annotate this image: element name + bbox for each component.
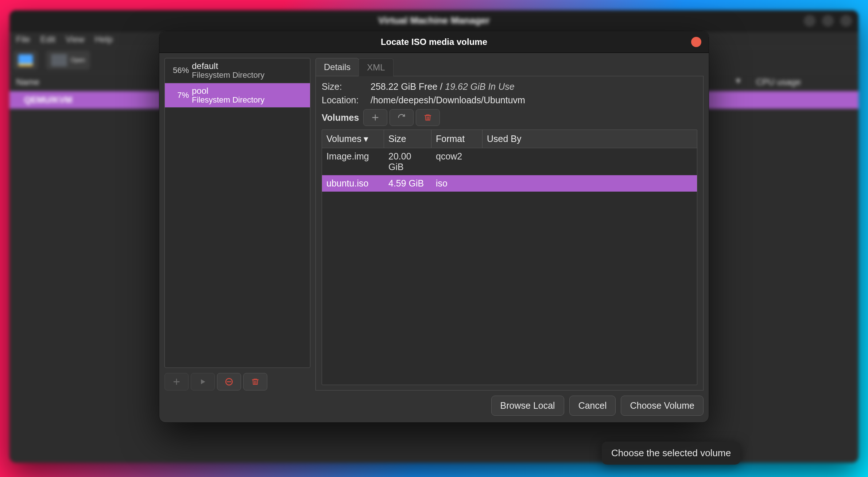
volume-format: iso	[431, 175, 483, 192]
volume-table-body: Image.img 20.00 GiB qcow2 ubuntu.iso 4.5…	[322, 148, 697, 385]
delete-volume-button[interactable]	[416, 109, 440, 126]
start-pool-button[interactable]	[191, 373, 215, 391]
minimize-button[interactable]	[804, 15, 815, 27]
main-window-controls	[804, 15, 852, 27]
dialog-tabs: Details XML	[315, 58, 704, 76]
volume-row[interactable]: Image.img 20.00 GiB qcow2	[322, 148, 697, 175]
menu-help[interactable]: Help	[95, 34, 113, 45]
volume-format: qcow2	[431, 148, 483, 175]
col-header-volumes[interactable]: Volumes ▾	[322, 130, 384, 148]
volume-usedby	[483, 148, 697, 175]
col-header-format[interactable]: Format	[431, 130, 483, 148]
menu-file[interactable]: File	[16, 34, 30, 45]
play-icon	[199, 378, 206, 385]
location-value: /home/deepesh/Downloads/Ubuntuvm	[371, 95, 697, 105]
main-window-title: Virtual Machine Manager	[378, 15, 490, 26]
close-icon[interactable]	[691, 37, 701, 47]
pool-name: pool	[192, 86, 264, 96]
pool-usage-pct: 7%	[168, 91, 189, 100]
size-value: 258.22 GiB Free / 19.62 GiB In Use	[371, 81, 697, 92]
location-label: Location:	[322, 95, 365, 105]
size-label: Size:	[322, 81, 365, 92]
chevron-down-icon[interactable]: ▾	[736, 76, 749, 89]
dialog-titlebar: Locate ISO media volume	[159, 31, 709, 53]
col-header-cpu[interactable]: CPU usage	[749, 77, 859, 87]
pool-action-bar	[164, 373, 310, 391]
plus-icon	[371, 114, 379, 122]
volumes-label: Volumes	[322, 112, 359, 123]
menu-view[interactable]: View	[66, 34, 85, 45]
volume-size: 20.00 GiB	[384, 148, 431, 175]
plus-icon	[173, 378, 181, 386]
col-header-size[interactable]: Size	[384, 130, 431, 148]
locate-iso-dialog: Locate ISO media volume 56% default File…	[159, 31, 709, 423]
stop-pool-button[interactable]	[217, 373, 241, 391]
add-volume-button[interactable]	[363, 109, 387, 126]
refresh-icon	[398, 114, 406, 122]
dialog-title: Locate ISO media volume	[381, 37, 487, 47]
storage-pool-list: 56% default Filesystem Directory 7% pool…	[164, 58, 310, 368]
tab-xml[interactable]: XML	[359, 58, 393, 76]
new-vm-button[interactable]	[13, 51, 38, 70]
delete-pool-button[interactable]	[243, 373, 267, 391]
dialog-footer: Browse Local Cancel Choose Volume	[159, 396, 709, 422]
open-vm-button[interactable]: Open	[46, 51, 90, 70]
volume-row[interactable]: ubuntu.iso 4.59 GiB iso	[322, 175, 697, 192]
pool-name: default	[192, 61, 264, 71]
cancel-button[interactable]: Cancel	[569, 396, 616, 416]
volume-name: ubuntu.iso	[322, 175, 384, 192]
menu-edit[interactable]: Edit	[40, 34, 55, 45]
vm-connection-name: QEMU/KVM	[24, 95, 72, 105]
volume-size: 4.59 GiB	[384, 175, 431, 192]
volume-table: Volumes ▾ Size Format Used By	[322, 130, 697, 385]
volume-table-header: Volumes ▾ Size Format Used By	[322, 130, 697, 148]
pool-subtitle: Filesystem Directory	[192, 96, 264, 104]
new-vm-icon	[18, 54, 33, 66]
pool-item-pool[interactable]: 7% pool Filesystem Directory	[165, 83, 310, 108]
refresh-volumes-button[interactable]	[390, 109, 414, 126]
trash-icon	[424, 114, 432, 122]
sort-desc-icon: ▾	[364, 134, 368, 144]
main-window-titlebar: Virtual Machine Manager	[9, 10, 859, 31]
browse-local-button[interactable]: Browse Local	[491, 396, 564, 416]
close-button[interactable]	[840, 15, 852, 27]
open-label: Open	[71, 57, 85, 64]
svg-marker-2	[201, 379, 205, 384]
col-header-usedby[interactable]: Used By	[483, 130, 697, 148]
pool-item-default[interactable]: 56% default Filesystem Directory	[165, 58, 310, 83]
tooltip: Choose the selected volume	[602, 442, 740, 465]
choose-volume-button[interactable]: Choose Volume	[621, 396, 704, 416]
tab-details[interactable]: Details	[315, 58, 359, 76]
stop-icon	[225, 377, 233, 386]
pool-subtitle: Filesystem Directory	[192, 71, 264, 80]
trash-icon	[251, 378, 259, 386]
add-pool-button[interactable]	[164, 373, 189, 391]
pool-usage-pct: 56%	[168, 66, 189, 75]
monitor-icon	[51, 54, 67, 66]
maximize-button[interactable]	[822, 15, 834, 27]
volume-name: Image.img	[322, 148, 384, 175]
details-panel: Size: 258.22 GiB Free / 19.62 GiB In Use…	[315, 76, 704, 391]
volume-usedby	[483, 175, 697, 192]
